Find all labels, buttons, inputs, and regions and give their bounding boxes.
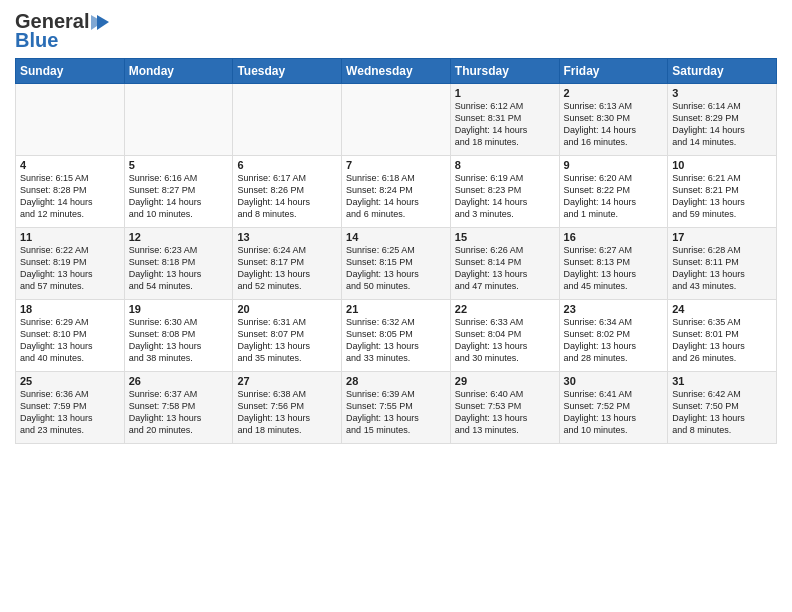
day-cell: 8Sunrise: 6:19 AMSunset: 8:23 PMDaylight… [450,156,559,228]
day-content: Sunrise: 6:14 AMSunset: 8:29 PMDaylight:… [672,100,772,149]
day-content: Sunrise: 6:18 AMSunset: 8:24 PMDaylight:… [346,172,446,221]
day-content: Sunrise: 6:41 AMSunset: 7:52 PMDaylight:… [564,388,664,437]
logo-arrow-icon [89,11,111,33]
day-cell: 23Sunrise: 6:34 AMSunset: 8:02 PMDayligh… [559,300,668,372]
day-number: 19 [129,303,229,315]
day-content: Sunrise: 6:28 AMSunset: 8:11 PMDaylight:… [672,244,772,293]
header-cell-saturday: Saturday [668,59,777,84]
day-number: 1 [455,87,555,99]
day-content: Sunrise: 6:30 AMSunset: 8:08 PMDaylight:… [129,316,229,365]
day-number: 21 [346,303,446,315]
day-cell: 10Sunrise: 6:21 AMSunset: 8:21 PMDayligh… [668,156,777,228]
header-cell-tuesday: Tuesday [233,59,342,84]
day-number: 2 [564,87,664,99]
day-content: Sunrise: 6:12 AMSunset: 8:31 PMDaylight:… [455,100,555,149]
day-cell: 9Sunrise: 6:20 AMSunset: 8:22 PMDaylight… [559,156,668,228]
header-cell-wednesday: Wednesday [342,59,451,84]
page: General Blue SundayMondayTuesdayWednesda… [0,0,792,612]
day-content: Sunrise: 6:42 AMSunset: 7:50 PMDaylight:… [672,388,772,437]
day-cell: 2Sunrise: 6:13 AMSunset: 8:30 PMDaylight… [559,84,668,156]
day-number: 29 [455,375,555,387]
day-content: Sunrise: 6:23 AMSunset: 8:18 PMDaylight:… [129,244,229,293]
calendar-table: SundayMondayTuesdayWednesdayThursdayFrid… [15,58,777,444]
day-number: 16 [564,231,664,243]
day-cell: 13Sunrise: 6:24 AMSunset: 8:17 PMDayligh… [233,228,342,300]
day-number: 24 [672,303,772,315]
day-cell: 4Sunrise: 6:15 AMSunset: 8:28 PMDaylight… [16,156,125,228]
week-row-2: 4Sunrise: 6:15 AMSunset: 8:28 PMDaylight… [16,156,777,228]
day-cell: 15Sunrise: 6:26 AMSunset: 8:14 PMDayligh… [450,228,559,300]
day-cell: 11Sunrise: 6:22 AMSunset: 8:19 PMDayligh… [16,228,125,300]
day-number: 22 [455,303,555,315]
day-number: 17 [672,231,772,243]
day-content: Sunrise: 6:19 AMSunset: 8:23 PMDaylight:… [455,172,555,221]
day-cell: 12Sunrise: 6:23 AMSunset: 8:18 PMDayligh… [124,228,233,300]
day-cell: 3Sunrise: 6:14 AMSunset: 8:29 PMDaylight… [668,84,777,156]
week-row-5: 25Sunrise: 6:36 AMSunset: 7:59 PMDayligh… [16,372,777,444]
day-cell: 17Sunrise: 6:28 AMSunset: 8:11 PMDayligh… [668,228,777,300]
week-row-3: 11Sunrise: 6:22 AMSunset: 8:19 PMDayligh… [16,228,777,300]
day-number: 15 [455,231,555,243]
day-content: Sunrise: 6:38 AMSunset: 7:56 PMDaylight:… [237,388,337,437]
day-cell: 27Sunrise: 6:38 AMSunset: 7:56 PMDayligh… [233,372,342,444]
day-number: 6 [237,159,337,171]
day-cell [16,84,125,156]
day-content: Sunrise: 6:15 AMSunset: 8:28 PMDaylight:… [20,172,120,221]
day-cell: 26Sunrise: 6:37 AMSunset: 7:58 PMDayligh… [124,372,233,444]
day-content: Sunrise: 6:39 AMSunset: 7:55 PMDaylight:… [346,388,446,437]
logo-blue: Blue [15,29,58,52]
day-content: Sunrise: 6:25 AMSunset: 8:15 PMDaylight:… [346,244,446,293]
day-number: 12 [129,231,229,243]
day-cell: 14Sunrise: 6:25 AMSunset: 8:15 PMDayligh… [342,228,451,300]
day-content: Sunrise: 6:16 AMSunset: 8:27 PMDaylight:… [129,172,229,221]
day-content: Sunrise: 6:32 AMSunset: 8:05 PMDaylight:… [346,316,446,365]
logo: General Blue [15,10,111,52]
day-number: 23 [564,303,664,315]
day-content: Sunrise: 6:20 AMSunset: 8:22 PMDaylight:… [564,172,664,221]
day-number: 28 [346,375,446,387]
day-number: 30 [564,375,664,387]
day-cell: 1Sunrise: 6:12 AMSunset: 8:31 PMDaylight… [450,84,559,156]
day-number: 10 [672,159,772,171]
day-number: 25 [20,375,120,387]
day-content: Sunrise: 6:37 AMSunset: 7:58 PMDaylight:… [129,388,229,437]
day-cell: 31Sunrise: 6:42 AMSunset: 7:50 PMDayligh… [668,372,777,444]
day-number: 11 [20,231,120,243]
day-number: 8 [455,159,555,171]
day-cell: 7Sunrise: 6:18 AMSunset: 8:24 PMDaylight… [342,156,451,228]
day-content: Sunrise: 6:27 AMSunset: 8:13 PMDaylight:… [564,244,664,293]
day-number: 7 [346,159,446,171]
day-cell: 16Sunrise: 6:27 AMSunset: 8:13 PMDayligh… [559,228,668,300]
day-number: 4 [20,159,120,171]
header-cell-monday: Monday [124,59,233,84]
day-content: Sunrise: 6:22 AMSunset: 8:19 PMDaylight:… [20,244,120,293]
day-cell: 24Sunrise: 6:35 AMSunset: 8:01 PMDayligh… [668,300,777,372]
day-cell: 21Sunrise: 6:32 AMSunset: 8:05 PMDayligh… [342,300,451,372]
day-cell: 19Sunrise: 6:30 AMSunset: 8:08 PMDayligh… [124,300,233,372]
day-content: Sunrise: 6:36 AMSunset: 7:59 PMDaylight:… [20,388,120,437]
day-content: Sunrise: 6:26 AMSunset: 8:14 PMDaylight:… [455,244,555,293]
day-content: Sunrise: 6:34 AMSunset: 8:02 PMDaylight:… [564,316,664,365]
day-number: 5 [129,159,229,171]
week-row-1: 1Sunrise: 6:12 AMSunset: 8:31 PMDaylight… [16,84,777,156]
day-number: 13 [237,231,337,243]
header: General Blue [15,10,777,52]
header-cell-sunday: Sunday [16,59,125,84]
day-cell: 28Sunrise: 6:39 AMSunset: 7:55 PMDayligh… [342,372,451,444]
day-number: 31 [672,375,772,387]
day-number: 3 [672,87,772,99]
day-number: 18 [20,303,120,315]
day-content: Sunrise: 6:31 AMSunset: 8:07 PMDaylight:… [237,316,337,365]
day-cell: 20Sunrise: 6:31 AMSunset: 8:07 PMDayligh… [233,300,342,372]
day-content: Sunrise: 6:40 AMSunset: 7:53 PMDaylight:… [455,388,555,437]
day-cell [342,84,451,156]
week-row-4: 18Sunrise: 6:29 AMSunset: 8:10 PMDayligh… [16,300,777,372]
header-cell-friday: Friday [559,59,668,84]
day-content: Sunrise: 6:21 AMSunset: 8:21 PMDaylight:… [672,172,772,221]
day-number: 20 [237,303,337,315]
day-content: Sunrise: 6:33 AMSunset: 8:04 PMDaylight:… [455,316,555,365]
day-number: 27 [237,375,337,387]
header-cell-thursday: Thursday [450,59,559,84]
header-row: SundayMondayTuesdayWednesdayThursdayFrid… [16,59,777,84]
day-number: 14 [346,231,446,243]
